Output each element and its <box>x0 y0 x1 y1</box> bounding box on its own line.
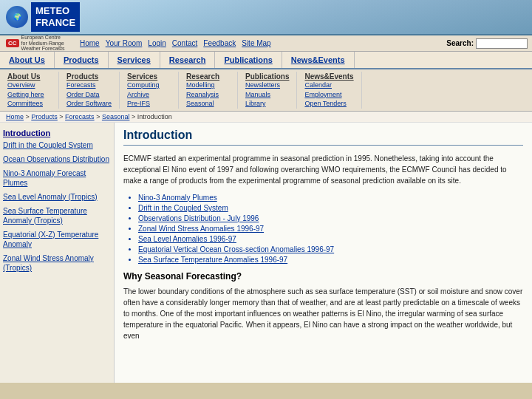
nav-login[interactable]: Login <box>148 39 166 47</box>
bullet-5[interactable]: Equatorial Vertical Ocean Cross-section … <box>138 245 523 253</box>
content-area: Introduction Drift in the Coupled System… <box>0 123 532 383</box>
subnav-open-tenders[interactable]: Open Tenders <box>304 99 353 109</box>
header: 🌍 METEO FRANCE <box>0 0 532 35</box>
search-area: Search: <box>446 38 528 49</box>
subnav-getting-here[interactable]: Getting here <box>7 90 51 100</box>
ecmwf-badge: CC <box>6 39 19 47</box>
search-label: Search: <box>446 39 474 47</box>
subnav-research: Research Modelling Reanalysis Seasonal <box>179 72 238 109</box>
breadcrumb-sep3: > <box>96 113 102 120</box>
bullet-6[interactable]: Sea Surface Temperature Anomalies 1996-9… <box>138 256 523 264</box>
sub-nav: About Us Overview Getting here Committee… <box>0 69 532 112</box>
bullet-2[interactable]: Observations Distribution - July 1996 <box>138 214 523 222</box>
subnav-order-data[interactable]: Order Data <box>66 90 112 100</box>
nav-sitemap[interactable]: Site Map <box>242 39 270 47</box>
subnav-services-title[interactable]: Services <box>127 72 157 81</box>
subnav-overview[interactable]: Overview <box>7 81 51 90</box>
subnav-committees[interactable]: Committees <box>7 99 51 109</box>
breadcrumb-sep2: > <box>59 113 65 120</box>
breadcrumb-home[interactable]: Home <box>6 113 24 120</box>
nav-feedback[interactable]: Feedback <box>203 39 236 47</box>
nav-home[interactable]: Home <box>80 39 100 47</box>
subnav-products-title[interactable]: Products <box>66 72 98 81</box>
page-title: Introduction <box>123 129 523 146</box>
nav-publications[interactable]: Publications <box>215 52 282 68</box>
sidebar-link-3[interactable]: Sea Level Anomaly (Tropics) <box>3 192 111 202</box>
main-content: Introduction ECMWF started an experiment… <box>115 123 532 383</box>
breadcrumb: Home > Products > Forecasts > Seasonal >… <box>0 112 532 123</box>
logo: 🌍 METEO FRANCE <box>6 2 80 31</box>
subnav-products: Products Forecasts Order Data Order Soft… <box>59 72 120 109</box>
nav-products[interactable]: Products <box>55 52 109 68</box>
bullet-3[interactable]: Zonal Wind Stress Anomalies 1996-97 <box>138 225 523 233</box>
nav-services[interactable]: Services <box>109 52 160 68</box>
breadcrumb-products[interactable]: Products <box>31 113 58 120</box>
nav-contact[interactable]: Contact <box>172 39 197 47</box>
sidebar-link-2[interactable]: Nino-3 Anomaly Forecast Plumes <box>3 168 111 188</box>
subnav-services: Services Computing Archive Pre-IFS <box>120 72 179 109</box>
subnav-order-software[interactable]: Order Software <box>66 99 112 109</box>
bullet-list: Nino-3 Anomaly Plumes Drift in the Coupl… <box>138 194 523 264</box>
subnav-forecasts[interactable]: Forecasts <box>66 81 112 90</box>
subnav-about: About Us Overview Getting here Committee… <box>0 72 59 109</box>
subnav-reanalysis[interactable]: Reanalysis <box>186 90 230 100</box>
subnav-seasonal[interactable]: Seasonal <box>186 99 230 109</box>
navbar: CC European Centre for Medium-Range Weat… <box>0 35 532 52</box>
subnav-research-title[interactable]: Research <box>186 72 219 81</box>
subnav-news: News&Events Calendar Employment Open Ten… <box>297 72 361 109</box>
bullet-1[interactable]: Drift in the Coupled System <box>138 204 523 212</box>
main-nav: About Us Products Services Research Publ… <box>0 52 532 69</box>
intro-paragraph: ECMWF started an experimental programme … <box>123 153 523 186</box>
subnav-news-title[interactable]: News&Events <box>304 72 353 81</box>
subnav-employment[interactable]: Employment <box>304 90 353 100</box>
nav-research[interactable]: Research <box>160 52 216 68</box>
subnav-computing[interactable]: Computing <box>127 81 171 90</box>
nav-about[interactable]: About Us <box>0 52 55 68</box>
subnav-newsletters[interactable]: Newsletters <box>245 81 289 90</box>
subnav-archive[interactable]: Archive <box>127 90 171 100</box>
sidebar-current-title: Introduction <box>3 129 111 137</box>
breadcrumb-forecasts[interactable]: Forecasts <box>65 113 95 120</box>
sidebar-link-6[interactable]: Zonal Wind Stress Anomaly (Tropics) <box>3 253 111 273</box>
subnav-pre-ifs[interactable]: Pre-IFS <box>127 99 171 109</box>
ecmwf-text: European Centre for Medium-Range Weather… <box>21 35 65 52</box>
sidebar-link-5[interactable]: Equatorial (X-Z) Temperature Anomaly <box>3 230 111 249</box>
nav-links: Home Your Room Login Contact Feedback Si… <box>80 39 271 47</box>
breadcrumb-sep4: > <box>132 113 137 120</box>
subnav-publications: Publications Newsletters Manuals Library <box>238 72 297 109</box>
bullet-4[interactable]: Sea Level Anomalies 1996-97 <box>138 235 523 243</box>
sidebar-link-4[interactable]: Sea Surface Temperature Anomaly (Tropics… <box>3 206 111 225</box>
breadcrumb-seasonal[interactable]: Seasonal <box>102 113 130 120</box>
subnav-manuals[interactable]: Manuals <box>245 90 289 100</box>
logo-text: METEO FRANCE <box>31 2 80 31</box>
breadcrumb-current: Introduction <box>137 113 172 120</box>
why-paragraph: The lower boundary conditions of the atm… <box>123 286 523 341</box>
bullet-0[interactable]: Nino-3 Anomaly Plumes <box>138 194 523 202</box>
ecmwf-logo: CC European Centre for Medium-Range Weat… <box>6 35 65 52</box>
nav-newsevents[interactable]: News&Events <box>282 52 355 68</box>
sidebar: Introduction Drift in the Coupled System… <box>0 123 115 383</box>
logo-circle-icon: 🌍 <box>6 6 28 28</box>
subnav-calendar[interactable]: Calendar <box>304 81 353 90</box>
subnav-library[interactable]: Library <box>245 99 289 109</box>
sidebar-link-1[interactable]: Ocean Observations Distribution <box>3 154 111 164</box>
subnav-about-title[interactable]: About Us <box>7 72 40 81</box>
sidebar-link-0[interactable]: Drift in the Coupled System <box>3 140 111 150</box>
search-input[interactable] <box>476 38 528 49</box>
why-title: Why Seasonal Forecasting? <box>123 271 523 282</box>
subnav-modelling[interactable]: Modelling <box>186 81 230 90</box>
subnav-pub-title[interactable]: Publications <box>245 72 289 81</box>
nav-yourroom[interactable]: Your Room <box>106 39 143 47</box>
